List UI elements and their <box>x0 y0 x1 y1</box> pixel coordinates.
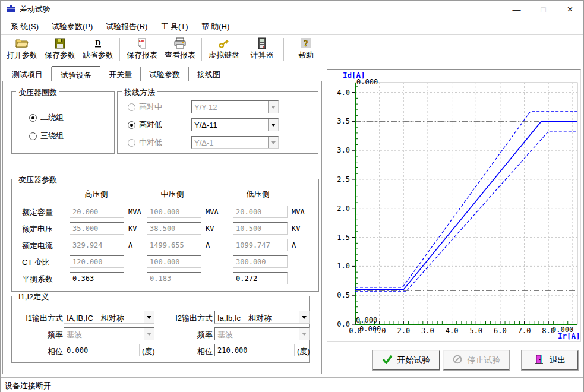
toolbar-button-label: 帮助 <box>298 50 314 61</box>
param-unit: MVA <box>128 208 141 216</box>
column-header: 低压侧 <box>234 189 282 200</box>
x-tick-label: 3.0 <box>421 327 434 335</box>
radio-icon[interactable] <box>128 121 135 129</box>
i1-freq-label: 频率 <box>18 330 63 340</box>
tab-2[interactable]: 开关量 <box>100 67 141 81</box>
svg-text:?: ? <box>304 39 308 48</box>
radio-icon[interactable] <box>29 132 37 140</box>
exit-button[interactable]: 退出 <box>522 350 578 370</box>
tab-3[interactable]: 试验参数 <box>141 67 189 81</box>
menu-item-0[interactable]: 系 统(S) <box>4 19 45 34</box>
menu-item-1[interactable]: 试验参数(P) <box>45 19 99 34</box>
combo-value: Y/Y-12 <box>192 101 268 113</box>
toolbar-button-open-params[interactable]: 打开参数 <box>3 36 41 63</box>
param-row-label: 平衡系数 <box>22 274 53 284</box>
toolbar-separator <box>283 38 284 61</box>
window-controls: — □ × <box>503 1 583 18</box>
toolbar-button-save-params[interactable]: 保存参数 <box>41 36 79 63</box>
param-input-3-2 <box>233 255 288 268</box>
menu-item-2[interactable]: 试验报告(R) <box>99 19 154 34</box>
winding-option-0[interactable]: 二绕组 <box>29 112 64 124</box>
chevron-down-icon[interactable] <box>144 311 154 323</box>
svg-text:D: D <box>95 38 100 47</box>
y-tick-label: 2.0 <box>337 204 350 213</box>
param-unit: KV <box>128 225 137 233</box>
i1-phase-input[interactable] <box>64 344 140 356</box>
toolbar-button-calculator[interactable]: 计算器 <box>243 36 281 63</box>
menu-item-4[interactable]: 帮 助(H) <box>195 19 236 34</box>
i1-mode-combo[interactable]: IA,IB,IC三相对称 <box>64 311 154 324</box>
chevron-down-icon <box>299 328 309 340</box>
toolbar-button-save-report[interactable]: EXL保存报表 <box>123 36 161 63</box>
toolbar-button-default-params[interactable]: D缺省参数 <box>79 36 117 63</box>
group-title: 变压器圈数 <box>16 87 59 98</box>
group-title: 变压器参数 <box>16 175 59 185</box>
save-report-icon: EXL <box>135 36 149 50</box>
toolbar-button-label: 缺省参数 <box>83 50 113 61</box>
chart-box: 0.00.51.01.52.02.53.03.54.00.01.02.03.04… <box>327 69 581 342</box>
tab-4[interactable]: 接线图 <box>189 67 229 81</box>
toolbar-separator <box>119 38 120 61</box>
stop-icon <box>452 355 463 366</box>
menu-item-3[interactable]: 工 具(T) <box>154 19 194 34</box>
x-tick-label: 7.0 <box>518 327 531 335</box>
tab-1[interactable]: 试验设备 <box>52 66 100 81</box>
differential-chart: 0.00.51.01.52.02.53.03.54.00.01.02.03.04… <box>327 70 580 341</box>
param-row-label: CT 变比 <box>22 257 50 268</box>
toolbar-button-virtual-keyboard[interactable]: 虚拟键盘 <box>205 36 243 63</box>
chevron-down-icon[interactable] <box>268 119 278 131</box>
transformer-params-group: 变压器参数 高压侧中压侧低压侧额定容量MVAMVAMVA额定电压KVKVKV额定… <box>11 179 319 292</box>
wiring-option-1[interactable]: 高对低 <box>128 119 162 131</box>
toolbar-button-label: 查看报表 <box>165 50 195 61</box>
i2-phase-input[interactable] <box>214 344 295 356</box>
x-tick-label: 5.0 <box>469 327 482 335</box>
status-connection: 设备连接断开 <box>1 378 78 392</box>
value-label-bottom-left-lower: 0.000 <box>359 325 381 333</box>
i2-mode-label: I2输出方式 <box>168 313 213 324</box>
chevron-down-icon[interactable] <box>299 311 309 323</box>
param-input-4-0[interactable] <box>70 272 124 284</box>
button-label: 开始试验 <box>397 355 431 366</box>
left-panel: 测试项目试验设备开关量试验参数接线图 变压器圈数 二绕组三绕组 接线方法 高对中… <box>2 67 322 374</box>
wiring-combo-2: Y/Δ-1 <box>191 136 279 149</box>
y-tick-label: 0.5 <box>337 291 350 299</box>
chevron-down-icon <box>268 137 278 148</box>
window-title: 差动试验 <box>20 4 50 15</box>
param-input-4-2[interactable] <box>233 272 288 284</box>
wiring-option-2: 中对低 <box>128 137 162 148</box>
i2-phase-unit: (度) <box>297 346 310 357</box>
x-tick-label: 2.0 <box>397 327 410 335</box>
param-row-label: 额定容量 <box>22 207 53 218</box>
param-input-2-0 <box>70 239 124 251</box>
winding-option-1[interactable]: 三绕组 <box>29 130 64 142</box>
start-test-button[interactable]: 开始试验 <box>373 350 440 370</box>
x-tick-label: 4.0 <box>446 327 459 335</box>
folder-open-icon <box>15 36 29 50</box>
column-header: 中压侧 <box>149 189 196 200</box>
app-icon <box>6 4 15 15</box>
minimize-icon[interactable]: — <box>503 1 530 18</box>
default-params-icon: D <box>91 36 105 50</box>
param-unit: KV <box>292 225 300 233</box>
maximize-icon[interactable]: □ <box>530 1 557 18</box>
check-icon <box>382 355 393 366</box>
y-tick-label: 0.0 <box>337 320 350 328</box>
tab-0[interactable]: 测试项目 <box>4 67 52 81</box>
radio-icon <box>128 103 135 111</box>
stop-test-button: 停止试验 <box>443 350 509 370</box>
menu-bar: 系 统(S)试验参数(P)试验报告(R)工 具(T)帮 助(H) <box>1 18 583 34</box>
param-unit: MVA <box>292 208 305 216</box>
param-input-3-1 <box>147 255 201 268</box>
param-unit: A <box>292 241 296 249</box>
i2-mode-combo[interactable]: Ia,Ib,Ic三相对称 <box>214 311 310 324</box>
param-input-1-2 <box>233 222 288 235</box>
toolbar-button-help[interactable]: ?帮助 <box>287 36 325 63</box>
param-input-4-1 <box>147 272 201 284</box>
y-tick-label: 1.0 <box>337 262 350 270</box>
radio-icon[interactable] <box>29 114 37 122</box>
i1-phase-unit: (度) <box>142 346 155 357</box>
wiring-combo-1[interactable]: Y/Δ-11 <box>191 118 279 131</box>
close-icon[interactable]: × <box>557 1 583 18</box>
toolbar-button-view-report[interactable]: 查看报表 <box>161 36 199 63</box>
value-label-bottom-left-upper: 0.000 <box>356 316 377 324</box>
